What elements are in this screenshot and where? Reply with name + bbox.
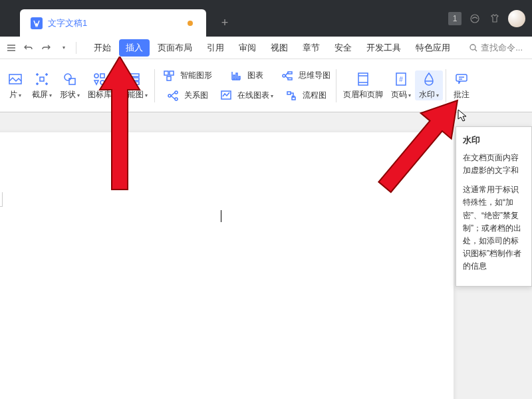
new-tab-button[interactable]: + <box>213 9 237 37</box>
svg-rect-12 <box>164 71 168 75</box>
tab-chapter[interactable]: 章节 <box>296 39 327 57</box>
watermark-tooltip: 水印 在文档页面内容加虚影的文字和 这通常用于标识特殊性，如“加密”、“绝密”禁… <box>456 126 532 287</box>
ribbon-smartgraphic[interactable]: 智能图形 <box>160 67 212 84</box>
svg-rect-9 <box>128 74 139 76</box>
tab-page-layout[interactable]: 页面布局 <box>151 39 199 57</box>
tab-reference[interactable]: 引用 <box>200 39 231 57</box>
svg-rect-27 <box>358 73 368 85</box>
ribbon-label: 片 <box>9 89 21 100</box>
ribbon-separator <box>154 69 155 102</box>
ribbon-comment[interactable]: 批注 <box>449 70 474 100</box>
svg-point-15 <box>168 94 171 97</box>
ribbon-label: 截屏 <box>32 89 52 100</box>
ribbon-pics[interactable]: 片 <box>3 70 28 100</box>
online-chart-icon <box>217 87 235 104</box>
svg-point-8 <box>100 80 104 84</box>
ribbon-chart[interactable]: 图表 <box>227 67 263 84</box>
skin-icon[interactable] <box>468 12 481 25</box>
page[interactable] <box>0 132 454 399</box>
watermark-icon <box>420 70 438 88</box>
svg-rect-30 <box>456 74 467 81</box>
ribbon-flowchart[interactable]: 流程图 <box>283 87 327 104</box>
ribbon-label: 智能图形 <box>180 70 212 81</box>
chart-icon <box>227 67 245 84</box>
page-number-icon: # <box>392 70 410 88</box>
ribbon-shape[interactable]: 形状 <box>56 70 84 100</box>
svg-point-16 <box>175 91 178 94</box>
svg-rect-25 <box>287 92 291 94</box>
svg-rect-24 <box>288 78 292 80</box>
svg-point-17 <box>175 98 178 100</box>
tab-title: 文字文稿1 <box>48 17 87 29</box>
menu-tabs: 开始 插入 页面布局 引用 审阅 视图 章节 安全 开发工具 特色应用 <box>87 39 457 57</box>
tab-insert[interactable]: 插入 <box>119 39 150 57</box>
relation-icon <box>164 87 182 104</box>
ribbon-label: 在线图表 <box>237 90 273 101</box>
menu-icon[interactable] <box>4 41 19 55</box>
picture-icon <box>7 70 24 88</box>
comment-icon <box>453 70 470 88</box>
ribbon-header-footer[interactable]: 页眉和页脚 <box>339 70 387 100</box>
tooltip-paragraph: 这通常用于标识特殊性，如“加密”、“绝密”禁复制”；或者档的出处，如添司的标识图… <box>463 184 526 273</box>
menubar-separator <box>76 42 76 54</box>
mindmap-icon <box>279 67 296 84</box>
document-area <box>0 112 532 399</box>
wps-doc-icon <box>31 17 43 29</box>
ribbon-mind-group: 思维导图 流程图 <box>276 59 333 112</box>
tab-review[interactable]: 审阅 <box>232 39 263 57</box>
tab-security[interactable]: 安全 <box>328 39 358 57</box>
search-box[interactable]: 查找命令... <box>469 42 528 54</box>
tooltip-title: 水印 <box>463 134 526 148</box>
svg-rect-10 <box>128 78 139 80</box>
svg-rect-26 <box>292 97 295 100</box>
ribbon-chart-group: 图表 在线图表 <box>215 59 276 112</box>
tab-featured[interactable]: 特色应用 <box>409 39 457 57</box>
tshirt-icon[interactable] <box>488 12 501 25</box>
search-placeholder: 查找命令... <box>481 42 523 54</box>
ribbon-screenshot[interactable]: 截屏 <box>28 70 56 100</box>
qat-dropdown-icon[interactable] <box>56 41 70 55</box>
ribbon: 片 截屏 形状 图标库 功能图 智能图形 关系图 图表 在线图表 <box>0 59 532 112</box>
feature-chart-icon <box>125 70 142 88</box>
ribbon-feature-chart[interactable]: 功能图 <box>116 70 152 100</box>
ribbon-label: 图表 <box>247 70 263 81</box>
ribbon-icon-lib[interactable]: 图标库 <box>84 70 116 100</box>
svg-rect-18 <box>233 75 235 79</box>
user-avatar[interactable] <box>508 10 525 27</box>
ribbon-label: 批注 <box>454 89 469 100</box>
undo-icon[interactable] <box>21 41 36 55</box>
tab-start[interactable]: 开始 <box>87 39 118 57</box>
menubar: 开始 插入 页面布局 引用 审阅 视图 章节 安全 开发工具 特色应用 查找命令… <box>0 37 532 59</box>
margin-corner <box>0 192 3 207</box>
svg-point-0 <box>471 15 479 23</box>
shape-icon <box>61 70 78 88</box>
tab-strip: 文字文稿1 + <box>20 9 237 37</box>
svg-text:#: # <box>399 76 403 83</box>
ribbon-label: 水印 <box>419 89 439 100</box>
notification-badge[interactable]: 1 <box>448 12 462 25</box>
ribbon-label: 流程图 <box>303 90 327 101</box>
ribbon-mindmap[interactable]: 思维导图 <box>279 67 331 84</box>
svg-rect-23 <box>288 72 292 74</box>
ribbon-relation-chart[interactable]: 关系图 <box>164 87 208 104</box>
ribbon-label: 图标库 <box>88 89 112 100</box>
svg-rect-11 <box>128 82 139 84</box>
document-tab[interactable]: 文字文稿1 <box>20 9 206 37</box>
flowchart-icon <box>283 87 300 104</box>
svg-rect-20 <box>239 76 240 79</box>
tab-view[interactable]: 视图 <box>264 39 295 57</box>
ribbon-page-number[interactable]: # 页码 <box>387 70 415 100</box>
svg-rect-19 <box>236 73 237 79</box>
ribbon-online-chart[interactable]: 在线图表 <box>217 87 273 104</box>
smartgraphic-icon <box>160 67 178 84</box>
redo-icon[interactable] <box>39 41 53 55</box>
titlebar: 文字文稿1 + 1 <box>0 0 532 37</box>
svg-rect-7 <box>100 74 104 78</box>
tab-modified-indicator <box>188 21 193 26</box>
screenshot-icon <box>33 70 51 88</box>
ribbon-label: 思维导图 <box>299 70 331 81</box>
text-caret <box>221 210 221 222</box>
tab-dev-tools[interactable]: 开发工具 <box>360 39 408 57</box>
ribbon-smart-group: 智能图形 关系图 <box>158 59 215 112</box>
ribbon-watermark[interactable]: 水印 <box>415 70 443 100</box>
